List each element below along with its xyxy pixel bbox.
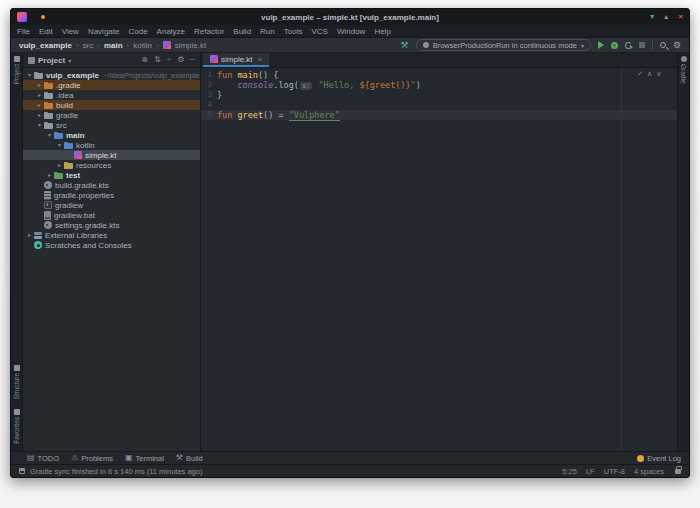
chevron-down-icon[interactable]: ▾ — [68, 57, 71, 64]
tool-stripe-favorites[interactable]: Favorites — [13, 409, 20, 444]
tool-window-button-todo[interactable]: ▤TODO — [27, 454, 59, 463]
libs-icon — [34, 231, 42, 239]
tree-item--idea[interactable]: ▸.idea — [23, 90, 200, 100]
tree-down-arrow-icon[interactable]: ▾ — [55, 140, 64, 150]
expand-all-button[interactable]: ⇅ — [154, 56, 161, 64]
tree-item-settings-gradle-kts[interactable]: settings.gradle.kts — [23, 220, 200, 230]
menu-vcs[interactable]: VCS — [311, 27, 327, 36]
build-hammer-icon[interactable]: ⚒ — [401, 41, 409, 50]
tree-right-arrow-icon[interactable]: ▸ — [55, 160, 64, 170]
tree-right-arrow-icon[interactable]: ▸ — [35, 90, 44, 100]
menu-help[interactable]: Help — [374, 27, 390, 36]
maximize-button[interactable]: ▴ — [664, 13, 668, 21]
tree-item-resources[interactable]: ▸resources — [23, 160, 200, 170]
tree-down-arrow-icon[interactable]: ▾ — [25, 70, 34, 80]
menu-analyze[interactable]: Analyze — [157, 27, 185, 36]
tree-item-simple-kt[interactable]: simple.kt — [23, 150, 200, 160]
project-panel-title[interactable]: Project — [38, 56, 65, 65]
tree-right-arrow-icon[interactable]: ▸ — [35, 100, 44, 110]
code-line-1[interactable]: 1fun main() { — [201, 70, 677, 80]
tree-item-main[interactable]: ▾main — [23, 130, 200, 140]
profiler-button[interactable] — [625, 42, 632, 49]
tool-window-button-build[interactable]: ⚒Build — [176, 454, 203, 463]
menu-refactor[interactable]: Refactor — [194, 27, 224, 36]
code-line-2[interactable]: 2 console.log(s: "Hello, ${greet()}") — [201, 80, 677, 90]
code-line-5[interactable]: 5fun greet() = "Vulphere" — [201, 110, 677, 120]
hide-panel-button[interactable]: − — [190, 56, 195, 64]
tree-right-arrow-icon[interactable]: ▸ — [25, 230, 34, 240]
tool-stripe-gradle[interactable]: Gradle — [680, 56, 687, 84]
status-caret-position[interactable]: 5:25 — [562, 467, 577, 476]
close-button[interactable]: × — [678, 13, 683, 21]
search-icon[interactable] — [660, 42, 666, 48]
tool-stripe-project[interactable]: Project — [13, 56, 20, 84]
menu-build[interactable]: Build — [233, 27, 251, 36]
tree-item-scratches-and-consoles[interactable]: Scratches and Consoles — [23, 240, 200, 250]
tab-simple-kt[interactable]: simple.kt × — [203, 53, 269, 67]
tree-item-build[interactable]: ▸build — [23, 100, 200, 110]
folder-icon — [44, 111, 53, 120]
menu-tools[interactable]: Tools — [284, 27, 303, 36]
breadcrumb-kotlin[interactable]: kotlin — [133, 41, 152, 50]
next-problem-icon[interactable]: ∨ — [657, 71, 661, 78]
stop-button[interactable] — [639, 42, 645, 48]
bat-file-icon — [44, 211, 51, 220]
shell-file-icon — [44, 201, 52, 209]
line-number: 5 — [201, 110, 217, 120]
code-lines: 1fun main() {2 console.log(s: "Hello, ${… — [201, 70, 677, 120]
collapse-all-button[interactable]: ÷ — [167, 56, 171, 64]
menu-file[interactable]: File — [17, 27, 30, 36]
tree-right-arrow-icon[interactable]: ▸ — [45, 170, 54, 180]
tree-item-label: main — [66, 131, 85, 140]
code-token — [217, 80, 237, 90]
debug-button[interactable] — [611, 42, 618, 49]
code-editor[interactable]: 1fun main() {2 console.log(s: "Hello, ${… — [201, 68, 677, 451]
no-problems-icon[interactable]: ✓ — [638, 70, 643, 78]
tree-item-gradle[interactable]: ▸gradle — [23, 110, 200, 120]
settings-gear-icon[interactable]: ⚙ — [177, 56, 184, 64]
code-line-3[interactable]: 3} — [201, 90, 677, 100]
inspection-widget: ✓ ∧ ∨ — [638, 70, 661, 78]
breadcrumb-vulp_example[interactable]: vulp_example — [19, 41, 72, 50]
tree-item-label: build — [56, 101, 73, 110]
tree-item-src[interactable]: ▾src — [23, 120, 200, 130]
tree-item-test[interactable]: ▸test — [23, 170, 200, 180]
minimize-button[interactable]: ▾ — [650, 13, 654, 21]
event-log-button[interactable]: Event Log — [637, 454, 681, 463]
menu-run[interactable]: Run — [260, 27, 275, 36]
settings-gear-icon[interactable]: ⚙ — [673, 41, 681, 50]
menu-code[interactable]: Code — [128, 27, 147, 36]
select-opened-file-button[interactable]: ⊗ — [141, 56, 148, 64]
tree-item-vulp_example[interactable]: ▾vulp_example~/IdeaProjects/vulp_example — [23, 70, 200, 80]
tree-item-build-gradle-kts[interactable]: build.gradle.kts — [23, 180, 200, 190]
menu-edit[interactable]: Edit — [39, 27, 53, 36]
lock-icon[interactable] — [675, 469, 681, 474]
tree-item-gradlew-bat[interactable]: gradlew.bat — [23, 210, 200, 220]
status-indent-setting[interactable]: 4 spaces — [634, 467, 664, 476]
tool-window-button-problems[interactable]: ⚠Problems — [71, 454, 113, 463]
menu-navigate[interactable]: Navigate — [88, 27, 120, 36]
tool-window-button-terminal[interactable]: ▣Terminal — [125, 454, 164, 463]
tree-item-external-libraries[interactable]: ▸External Libraries — [23, 230, 200, 240]
run-config-select[interactable]: BrowserProductionRun in continuous mode … — [416, 39, 591, 51]
tree-right-arrow-icon[interactable]: ▸ — [35, 110, 44, 120]
status-line-separator[interactable]: LF — [586, 467, 595, 476]
tree-down-arrow-icon[interactable]: ▾ — [45, 130, 54, 140]
tool-stripe-structure[interactable]: Structure — [13, 365, 20, 399]
tree-item-gradlew[interactable]: gradlew — [23, 200, 200, 210]
menu-view[interactable]: View — [62, 27, 79, 36]
tree-down-arrow-icon[interactable]: ▾ — [35, 120, 44, 130]
breadcrumb-src[interactable]: src — [83, 41, 94, 50]
close-tab-icon[interactable]: × — [258, 55, 263, 64]
tree-right-arrow-icon[interactable]: ▸ — [35, 80, 44, 90]
menu-window[interactable]: Window — [337, 27, 365, 36]
status-encoding[interactable]: UTF-8 — [604, 467, 625, 476]
tree-item-gradle-properties[interactable]: gradle.properties — [23, 190, 200, 200]
tree-item-kotlin[interactable]: ▾kotlin — [23, 140, 200, 150]
tree-item--gradle[interactable]: ▸.gradle — [23, 80, 200, 90]
prev-problem-icon[interactable]: ∧ — [648, 71, 652, 78]
code-line-4[interactable]: 4 — [201, 100, 677, 110]
breadcrumb-main[interactable]: main — [104, 41, 123, 50]
run-button[interactable] — [598, 41, 604, 49]
breadcrumb-simple-kt[interactable]: simple.kt — [175, 41, 207, 50]
